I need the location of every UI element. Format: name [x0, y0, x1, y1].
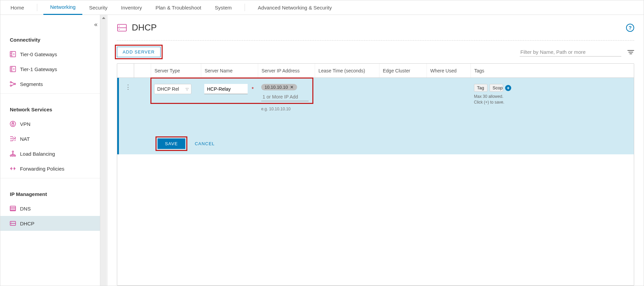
- server-type-value: DHCP Rel: [157, 86, 179, 92]
- svg-point-10: [14, 155, 16, 156]
- filter-input[interactable]: [520, 48, 621, 57]
- sidebar-item-forwarding[interactable]: Forwarding Policies: [0, 161, 100, 176]
- svg-rect-0: [10, 51, 16, 57]
- add-tag-button[interactable]: +: [505, 85, 511, 91]
- sidebar-scrollbar[interactable]: [100, 15, 107, 286]
- nat-icon: [10, 136, 16, 142]
- svg-rect-1: [10, 66, 16, 72]
- tier-icon: [10, 66, 16, 72]
- nav-divider: [37, 4, 37, 11]
- server-type-select[interactable]: DHCP Rel ▽: [154, 84, 191, 94]
- server-table: Server Type Server Name Server IP Addres…: [117, 63, 634, 286]
- col-server-name[interactable]: Server Name: [201, 64, 258, 78]
- sidebar-item-label: NAT: [20, 136, 30, 142]
- svg-point-2: [10, 82, 12, 83]
- sidebar: « Connectivity Tier-0 Gateways Tier-1 Ga…: [0, 15, 100, 286]
- col-tags[interactable]: Tags: [471, 64, 634, 78]
- chevron-down-icon: ▽: [186, 87, 188, 91]
- nav-plan-troubleshoot[interactable]: Plan & Troubleshoot: [149, 0, 208, 15]
- col-server-ip[interactable]: Server IP Address: [258, 64, 315, 78]
- sidebar-item-label: Tier-1 Gateways: [20, 66, 57, 72]
- row-menu-icon[interactable]: ⋮: [124, 84, 139, 90]
- sidebar-group-network-services: Network Services: [0, 103, 100, 116]
- sidebar-item-segments[interactable]: Segments: [0, 76, 100, 91]
- sidebar-item-label: Forwarding Policies: [20, 166, 64, 172]
- nav-home[interactable]: Home: [4, 0, 31, 15]
- save-button[interactable]: SAVE: [158, 138, 185, 149]
- segments-icon: [10, 81, 16, 87]
- cancel-button[interactable]: CANCEL: [195, 141, 215, 146]
- top-nav: Home Networking Security Inventory Plan …: [0, 0, 644, 15]
- sidebar-item-nat[interactable]: NAT: [0, 131, 100, 146]
- tag-hint: Max 30 allowed. Click (+) to save.: [474, 94, 511, 105]
- sidebar-item-loadbalancing[interactable]: Load Balancing: [0, 146, 100, 161]
- sidebar-item-dhcp[interactable]: DHCP: [0, 216, 100, 231]
- svg-point-3: [10, 85, 12, 86]
- filter-icon[interactable]: [627, 50, 634, 54]
- sidebar-item-label: DHCP: [20, 221, 35, 226]
- add-server-button[interactable]: ADD SERVER: [117, 47, 161, 57]
- tag-input[interactable]: Tag: [474, 84, 487, 92]
- required-indicator: *: [252, 86, 254, 92]
- collapse-sidebar-icon[interactable]: «: [94, 21, 98, 28]
- dns-icon: [10, 205, 16, 212]
- ip-chip-value: 10.10.10.10: [265, 85, 288, 90]
- sidebar-item-vpn[interactable]: VPN: [0, 116, 100, 131]
- ip-hint: e.g. 10.10.10.10: [261, 107, 318, 111]
- sidebar-item-tier0[interactable]: Tier-0 Gateways: [0, 47, 100, 62]
- loadbalance-icon: [10, 151, 16, 157]
- col-expander: [117, 64, 134, 78]
- server-name-input[interactable]: [204, 84, 248, 94]
- sidebar-item-label: Segments: [20, 81, 43, 87]
- col-edge-cluster[interactable]: Edge Cluster: [379, 64, 427, 78]
- ip-address-input[interactable]: [261, 92, 309, 101]
- svg-point-7: [12, 151, 14, 152]
- remove-chip-icon[interactable]: ✕: [290, 85, 294, 90]
- sidebar-item-tier1[interactable]: Tier-1 Gateways: [0, 62, 100, 76]
- ip-chip[interactable]: 10.10.10.10 ✕: [261, 84, 297, 90]
- dhcp-icon: [10, 220, 16, 226]
- sidebar-group-connectivity: Connectivity: [0, 34, 100, 47]
- sidebar-group-ip-management: IP Management: [0, 188, 100, 201]
- col-menu: [134, 64, 151, 78]
- tier-icon: [10, 51, 16, 57]
- sidebar-item-label: VPN: [20, 121, 30, 127]
- nav-advanced-networking[interactable]: Advanced Networking & Security: [251, 0, 338, 15]
- sidebar-item-label: Load Balancing: [20, 151, 55, 157]
- nav-security[interactable]: Security: [82, 0, 114, 15]
- lock-icon: [10, 121, 16, 127]
- col-lease-time[interactable]: Lease Time (seconds): [315, 64, 379, 78]
- svg-point-4: [14, 83, 16, 85]
- forward-icon: [10, 166, 16, 172]
- sidebar-item-label: DNS: [20, 206, 31, 212]
- col-where-used[interactable]: Where Used: [427, 64, 471, 78]
- sidebar-item-label: Tier-0 Gateways: [20, 51, 57, 57]
- svg-point-9: [12, 155, 14, 156]
- nav-networking[interactable]: Networking: [43, 0, 82, 15]
- nav-system[interactable]: System: [208, 0, 238, 15]
- svg-rect-6: [12, 124, 14, 125]
- scope-input[interactable]: Scop: [490, 84, 503, 92]
- dhcp-icon: [117, 23, 127, 32]
- svg-point-8: [10, 155, 12, 156]
- help-icon[interactable]: ?: [626, 24, 634, 32]
- edit-row: ⋮ DHCP Rel ▽ *: [117, 78, 634, 154]
- nav-inventory[interactable]: Inventory: [114, 0, 149, 15]
- page-title: DHCP: [132, 22, 157, 33]
- nav-divider: [245, 4, 245, 11]
- col-server-type[interactable]: Server Type: [151, 64, 201, 78]
- sidebar-item-dns[interactable]: DNS: [0, 201, 100, 216]
